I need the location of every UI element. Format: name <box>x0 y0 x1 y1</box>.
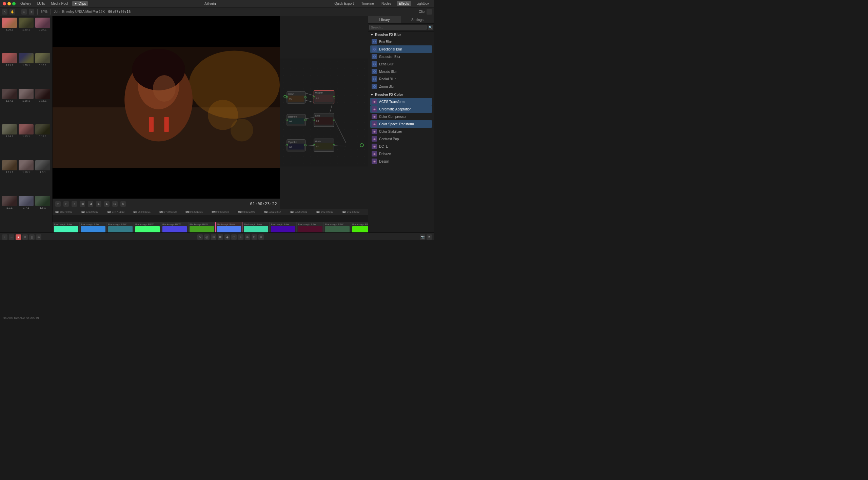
list-item[interactable]: 1.16.1 <box>18 89 34 124</box>
list-view[interactable]: ≡ <box>29 9 34 15</box>
search-icon[interactable]: 🔍 <box>428 25 433 30</box>
lib-item[interactable]: ⬡ Lens Blur <box>370 60 432 68</box>
lib-item[interactable]: ⬡ Box Blur <box>370 38 432 45</box>
nav-clips[interactable]: ▼ Clips <box>72 1 88 6</box>
nav-nodes[interactable]: Nodes <box>379 1 393 6</box>
table-row[interactable]: Blackmagic RAW <box>297 222 324 232</box>
tab-settings[interactable]: Settings <box>401 16 434 23</box>
color-tool-2[interactable]: ◎ <box>204 234 210 240</box>
color-tool-4[interactable]: ✱ <box>218 234 223 240</box>
color-tool-9[interactable]: ⊡ <box>252 234 257 240</box>
mark-out[interactable]: ↩ <box>63 201 69 207</box>
list-item[interactable]: 1.13.1 <box>18 124 34 160</box>
video-viewer[interactable] <box>53 16 280 199</box>
list-item[interactable]: 1.25.1 <box>18 18 34 53</box>
flag-btn[interactable]: ⚑ <box>427 234 432 240</box>
list-item[interactable]: 1.12.1 <box>35 124 51 160</box>
list-item[interactable]: 1.21.1 <box>1 53 18 88</box>
list-item[interactable]: 1.14.1 <box>1 124 18 160</box>
table-row[interactable]: Blackmagic RAW <box>107 222 134 232</box>
nav-gallery[interactable]: Gallery <box>18 1 33 6</box>
lib-item[interactable]: ⬡ Gaussian Blur <box>370 53 432 60</box>
splitter-node[interactable]: ⊗ <box>36 234 41 240</box>
loop-btn[interactable]: ↻ <box>120 201 126 207</box>
list-item[interactable]: 1.26.1 <box>1 18 18 53</box>
list-item[interactable]: 1.11.1 <box>1 160 18 195</box>
table-row[interactable]: Blackmagic RAW <box>134 222 161 232</box>
library-search[interactable] <box>369 25 427 30</box>
color-tool-6[interactable]: ⬡ <box>231 234 237 240</box>
skip-forward[interactable]: ⏭ <box>112 201 118 207</box>
serial-node[interactable]: → <box>9 234 14 240</box>
table-row[interactable]: Blackmagic RAW <box>242 222 270 232</box>
list-item[interactable]: 1.10.1 <box>18 160 34 195</box>
lib-item[interactable]: ⬡ Directional Blur <box>370 45 432 53</box>
window-controls[interactable] <box>3 2 16 5</box>
list-item[interactable]: 1.8.1 <box>1 196 18 231</box>
lib-item[interactable]: ◉ Color Space Transform <box>370 120 432 128</box>
list-item[interactable]: 1.19.1 <box>35 53 51 88</box>
fx-color-header[interactable]: ▼ Resolve FX Color <box>370 93 432 97</box>
audio-btn[interactable]: ♪ <box>72 201 77 207</box>
table-row[interactable]: Blackmagic RAW <box>80 222 107 232</box>
prev-frame[interactable]: ◀ <box>88 201 93 207</box>
nav-luts[interactable]: LUTs <box>35 1 47 6</box>
input-node[interactable]: ↓ <box>2 234 7 240</box>
lib-item[interactable]: ◉ Dehaze <box>370 150 432 158</box>
maximize-button[interactable] <box>12 2 16 5</box>
list-item[interactable]: 1.17.1 <box>1 89 18 124</box>
table-row[interactable]: Blackmagic RAW <box>215 222 242 232</box>
lib-item[interactable]: ◉ ACES Transform <box>370 98 432 105</box>
lib-item[interactable]: ◉ DCTL <box>370 143 432 150</box>
list-item[interactable]: 1.24.1 <box>35 18 51 53</box>
tool-hand[interactable]: ✋ <box>9 9 15 15</box>
layer-node[interactable]: ⊕ <box>22 234 28 240</box>
list-item[interactable]: 1.6.1 <box>35 196 51 231</box>
zoom-level[interactable]: 54% <box>41 10 47 14</box>
color-tool-5[interactable]: ◆ <box>224 234 230 240</box>
record-btn[interactable]: ● <box>16 234 21 240</box>
table-row[interactable]: Blackmagic RAW <box>188 222 215 232</box>
color-tool-10[interactable]: ≡ <box>258 234 264 240</box>
lib-item[interactable]: ⬡ Mosaic Blur <box>370 68 432 75</box>
table-row[interactable]: Blackmagic RAW <box>161 222 188 232</box>
color-tool-1[interactable]: ✎ <box>197 234 203 240</box>
list-item[interactable]: 1.9.1 <box>35 160 51 195</box>
lib-item[interactable]: ◉ Contrast Pop <box>370 135 432 143</box>
table-row[interactable]: Blackmagic RAW <box>324 222 351 232</box>
next-frame[interactable]: ▶ <box>104 201 110 207</box>
list-item[interactable]: 1.15.1 <box>35 89 51 124</box>
minimize-button[interactable] <box>7 2 11 5</box>
lib-item[interactable]: ⬡ Radial Blur <box>370 75 432 83</box>
tab-library[interactable]: Library <box>368 16 401 23</box>
fx-blur-header[interactable]: ▼ Resolve FX Blur <box>370 33 432 37</box>
nav-media-pool[interactable]: Media Pool <box>49 1 70 6</box>
tool-pointer[interactable]: ↖ <box>2 9 7 15</box>
mark-in[interactable]: ✏ <box>55 201 61 207</box>
lib-item[interactable]: ◉ Despill <box>370 158 432 165</box>
lib-item[interactable]: ◉ Color Compressor <box>370 113 432 120</box>
color-tool-3[interactable]: ⚙ <box>211 234 216 240</box>
grid-view[interactable]: ⊞ <box>21 9 27 15</box>
table-row[interactable]: Blackmagic RAW <box>53 222 80 232</box>
list-item[interactable]: 1.20.1 <box>18 53 34 88</box>
list-item[interactable]: 1.7.1 <box>18 196 34 231</box>
more-options[interactable]: ··· <box>427 9 432 15</box>
nav-timeline[interactable]: Timeline <box>359 1 376 6</box>
lib-item[interactable]: ◉ Chromatic Adaptation <box>370 105 432 113</box>
nav-effects[interactable]: Effects <box>397 1 411 6</box>
play-btn[interactable]: ▶ <box>96 201 101 207</box>
timeline-clips[interactable]: Blackmagic RAW Blackmagic RAW Blackmagic… <box>53 222 368 232</box>
color-tool-7[interactable]: ≈ <box>238 234 243 240</box>
color-tool-8[interactable]: ⊕ <box>245 234 250 240</box>
gallery-grab[interactable]: 📷 <box>420 234 425 240</box>
nav-quick-export[interactable]: Quick Export <box>332 1 356 6</box>
skip-back[interactable]: ⏮ <box>80 201 85 207</box>
table-row[interactable]: Blackmagic RAW <box>270 222 297 232</box>
table-row[interactable]: Blackmagic RAW <box>351 222 368 232</box>
close-button[interactable] <box>3 2 6 5</box>
node-canvas[interactable]: Glow 01 Warper 02 Bala <box>280 16 368 209</box>
parallel-node[interactable]: ‖ <box>29 234 35 240</box>
nav-lightbox[interactable]: Lightbox <box>414 1 431 6</box>
lib-item[interactable]: ◉ Color Stabilizer <box>370 128 432 135</box>
